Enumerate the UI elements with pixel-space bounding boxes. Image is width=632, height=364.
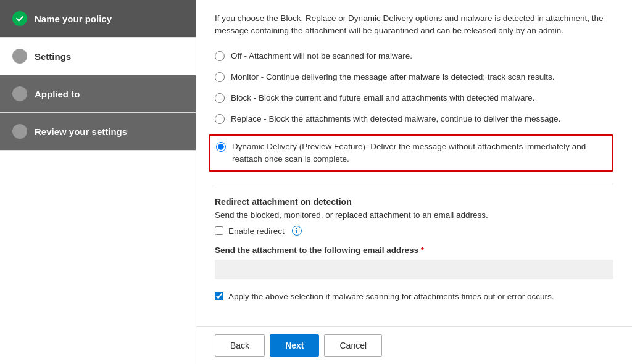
step-indicator-inactive	[12, 49, 27, 64]
radio-option-block[interactable]: Block - Block the current and future ema…	[215, 92, 613, 104]
sidebar-item-label: Review your settings	[35, 126, 127, 137]
sidebar-item-label: Applied to	[35, 89, 80, 99]
content-scroll: If you choose the Block, Replace or Dyna…	[196, 0, 632, 326]
main-content: If you choose the Block, Replace or Dyna…	[196, 0, 632, 364]
section-divider	[215, 184, 613, 184]
radio-dynamic[interactable]	[216, 142, 226, 152]
email-label-text: Send the attachment to the following ema…	[215, 246, 418, 255]
back-button[interactable]: Back	[215, 334, 265, 357]
step-indicator-inactive	[12, 86, 27, 101]
sidebar-item-name-policy[interactable]: Name your policy	[0, 0, 196, 38]
email-label: Send the attachment to the following ema…	[215, 246, 613, 255]
email-input[interactable]	[215, 260, 613, 279]
apply-checkbox-label[interactable]: Apply the above selection if malware sca…	[228, 291, 554, 303]
radio-option-monitor[interactable]: Monitor - Continue delivering the messag…	[215, 71, 613, 83]
sidebar: Name your policy Settings Applied to Rev…	[0, 0, 196, 364]
radio-monitor[interactable]	[215, 72, 225, 82]
option-label-replace: Replace - Block the attachments with det…	[231, 113, 560, 125]
redirect-section-desc: Send the blocked, monitored, or replaced…	[215, 210, 613, 220]
radio-off[interactable]	[215, 51, 225, 61]
step-indicator-completed	[12, 11, 27, 26]
info-icon[interactable]: i	[292, 226, 302, 236]
sidebar-item-settings[interactable]: Settings	[0, 38, 196, 75]
cancel-button[interactable]: Cancel	[324, 334, 382, 357]
required-indicator: *	[421, 246, 424, 255]
sidebar-item-label: Name your policy	[35, 14, 112, 24]
option-label-off: Off - Attachment will not be scanned for…	[231, 50, 412, 62]
option-label-dynamic: Dynamic Delivery (Preview Feature)- Deli…	[232, 141, 606, 166]
footer: Back Next Cancel	[196, 326, 632, 364]
option-label-monitor: Monitor - Continue delivering the messag…	[231, 71, 555, 83]
radio-option-replace[interactable]: Replace - Block the attachments with det…	[215, 113, 613, 125]
enable-redirect-checkbox[interactable]	[215, 226, 223, 235]
enable-redirect-row: Enable redirect i	[215, 226, 613, 236]
radio-option-dynamic[interactable]: Dynamic Delivery (Preview Feature)- Deli…	[209, 134, 613, 172]
sidebar-item-review-settings[interactable]: Review your settings	[0, 113, 196, 151]
radio-block[interactable]	[215, 93, 225, 103]
intro-text: If you choose the Block, Replace or Dyna…	[215, 12, 613, 38]
step-indicator-inactive	[12, 124, 27, 139]
radio-option-off[interactable]: Off - Attachment will not be scanned for…	[215, 50, 613, 62]
radio-replace[interactable]	[215, 114, 225, 124]
redirect-section-title: Redirect attachment on detection	[215, 197, 613, 207]
sidebar-item-applied-to[interactable]: Applied to	[0, 75, 196, 113]
apply-checkbox[interactable]	[215, 292, 223, 300]
enable-redirect-label[interactable]: Enable redirect	[228, 226, 285, 236]
next-button[interactable]: Next	[270, 334, 319, 357]
sidebar-item-label: Settings	[35, 51, 71, 62]
option-label-block: Block - Block the current and future ema…	[231, 92, 534, 104]
apply-checkbox-row: Apply the above selection if malware sca…	[215, 291, 613, 303]
